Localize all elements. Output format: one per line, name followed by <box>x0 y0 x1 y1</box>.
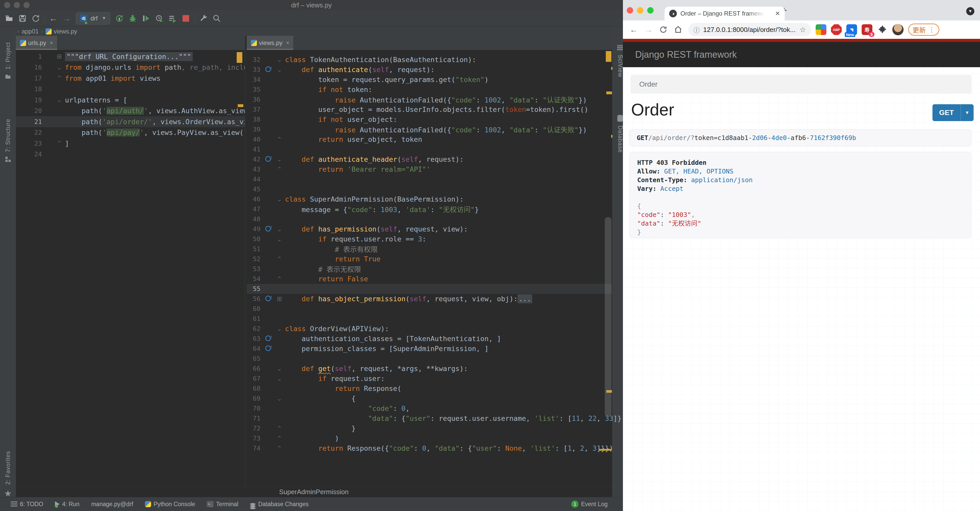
fold-chev-icon[interactable]: ⌄ <box>274 196 285 203</box>
gutter[interactable]: 60 <box>247 304 285 314</box>
save-all-icon[interactable] <box>16 12 29 25</box>
fold-chev-icon[interactable]: ⌄ <box>274 395 285 402</box>
gutter[interactable]: 55 <box>247 284 285 294</box>
gutter[interactable]: 69⌄ <box>247 394 285 403</box>
gutter[interactable]: 73⌃ <box>247 433 285 443</box>
fold-end-icon[interactable]: ⌃ <box>274 435 285 442</box>
gutter[interactable]: 68 <box>247 384 285 394</box>
fold-chev-icon[interactable]: ⌄ <box>274 156 285 163</box>
fold-chev-icon[interactable]: ⌄ <box>274 225 285 233</box>
stop-icon[interactable] <box>179 12 192 25</box>
code-line-60[interactable]: 60 <box>247 304 612 314</box>
close-tab-icon[interactable]: × <box>286 40 290 46</box>
fold-chev-icon[interactable]: ⌄ <box>274 66 285 73</box>
update-button[interactable]: 更新 ⋮ <box>908 24 939 36</box>
code-text[interactable]: raise AuthenticationFailed({"code": 1002… <box>285 95 587 105</box>
gutter[interactable]: 32⌄ <box>247 55 285 65</box>
override-method-icon[interactable]: ↑ <box>262 156 274 163</box>
extension-icon-translate[interactable] <box>816 24 826 35</box>
code-area-views[interactable]: 32⌄class TokenAuthentication(BaseAuthent… <box>247 50 612 453</box>
code-text[interactable]: return False <box>285 275 368 283</box>
code-text[interactable]: if request.user: <box>285 375 385 382</box>
gutter[interactable]: 34 <box>247 75 285 84</box>
code-line-62[interactable]: 62⌄class OrderView(APIView): <box>247 324 612 334</box>
code-line-46[interactable]: 46⌄class SuperAdminPermission(BasePermis… <box>247 194 612 204</box>
code-line-73[interactable]: 73⌃ ) <box>247 433 612 443</box>
gutter[interactable]: 51 <box>247 244 285 254</box>
wrench-icon[interactable] <box>197 12 210 25</box>
fold-chev-icon[interactable]: ⌄ <box>274 365 285 372</box>
code-line-74[interactable]: 74⌃ return Response({"code": 0, "data": … <box>247 443 612 453</box>
code-text[interactable]: path('api/order/', views.OrderView.as_vi… <box>65 118 273 126</box>
code-line-24[interactable]: 24 <box>16 149 245 160</box>
code-line-42[interactable]: 42↑⌄ def authenticate_header(self, reque… <box>247 154 612 164</box>
gutter[interactable]: 24 <box>16 149 65 160</box>
gutter[interactable]: 47 <box>247 204 285 214</box>
forward-button[interactable]: → <box>644 25 652 35</box>
search-icon[interactable] <box>210 12 223 25</box>
code-line-61[interactable]: 61 <box>247 314 612 324</box>
menu-dots-icon[interactable]: ⋮ <box>928 26 935 34</box>
gutter[interactable]: 44 <box>247 174 285 184</box>
browser-tab[interactable]: ◑ Order – Django REST framewor ✕ <box>665 6 785 21</box>
fold-end-icon[interactable]: ⌃ <box>274 275 285 282</box>
gutter[interactable]: 49↑⌄ <box>247 224 285 234</box>
gutter[interactable]: 21 <box>16 116 65 127</box>
code-line-56[interactable]: 56↑⊞ def has_object_permission(self, req… <box>247 294 612 304</box>
code-text[interactable]: token = request.query_params.get("token"… <box>285 76 489 84</box>
code-line-20[interactable]: 20 path('api/auth/', views.AuthView.as_v… <box>16 106 245 116</box>
back-icon[interactable]: ← <box>47 12 60 25</box>
code-text[interactable]: authentication_classes = [TokenAuthentic… <box>285 335 501 343</box>
code-line-37[interactable]: 37 user_object = models.UserInfo.objects… <box>247 105 612 114</box>
tool-window-favorites[interactable]: 2: Favorites ★ <box>0 451 16 502</box>
fold-end-icon[interactable]: ⌃ <box>274 136 285 143</box>
site-info-icon[interactable]: ⓘ <box>694 25 700 34</box>
code-text[interactable]: ) <box>285 434 339 442</box>
extension-icon-abp[interactable]: ABP <box>831 24 842 35</box>
code-line-72[interactable]: 72⌃ } <box>247 424 612 433</box>
code-line-1[interactable]: 1⊞"""drf URL Configuration...""" <box>16 51 245 62</box>
close-icon[interactable] <box>627 7 633 14</box>
code-text[interactable]: def authenticate_header(self, request): <box>285 156 464 163</box>
fold-chev-icon[interactable]: ⌄ <box>274 325 285 332</box>
code-line-23[interactable]: 23⌃] <box>16 138 245 149</box>
code-line-66[interactable]: 66⌄ def get(self, request, *args, **kwar… <box>247 363 612 373</box>
gutter[interactable]: 71 <box>247 413 285 424</box>
code-line-51[interactable]: 51 # 表示有权限 <box>247 244 612 254</box>
code-line-52[interactable]: 52⌃ return True <box>247 254 612 264</box>
gutter[interactable]: 70 <box>247 403 285 413</box>
code-line-63[interactable]: 63↑ authentication_classes = [TokenAuthe… <box>247 334 612 344</box>
gutter[interactable]: 40⌃ <box>247 134 285 144</box>
forward-icon[interactable]: → <box>60 12 73 25</box>
gutter[interactable]: 66⌄ <box>247 363 285 373</box>
gutter[interactable]: 16⌄ <box>16 62 65 73</box>
fold-chev-icon[interactable]: ⌄ <box>44 96 65 103</box>
open-folder-icon[interactable] <box>3 12 16 25</box>
gutter[interactable]: 72⌃ <box>247 424 285 433</box>
warning-stripe-square[interactable] <box>606 51 611 62</box>
code-line-53[interactable]: 53 # 表示无权限 <box>247 264 612 274</box>
gutter[interactable]: 54⌃ <box>247 274 285 284</box>
gutter[interactable]: 53 <box>247 264 285 274</box>
code-line-67[interactable]: 67⌄ if request.user: <box>247 373 612 384</box>
code-text[interactable]: if request.user.role == 3: <box>285 235 426 243</box>
get-button[interactable]: GET <box>932 104 961 121</box>
gutter[interactable]: 38 <box>247 114 285 124</box>
gutter[interactable]: 52⌃ <box>247 254 285 264</box>
gutter[interactable]: 35 <box>247 84 285 95</box>
code-line-17[interactable]: 17⌃from app01 import views <box>16 73 245 84</box>
fold-end-icon[interactable]: ⌃ <box>44 140 65 147</box>
override-method-icon[interactable]: ↑ <box>262 335 274 342</box>
home-button[interactable] <box>674 25 682 34</box>
code-text[interactable]: return Response({"code": 0, "data": {"us… <box>285 444 613 452</box>
back-button[interactable]: ← <box>630 25 638 35</box>
code-line-41[interactable]: 41 <box>247 144 612 154</box>
bookmark-star-icon[interactable]: ☆ <box>800 25 806 34</box>
tool-window-project[interactable]: 1: Project <box>0 42 16 83</box>
code-text[interactable]: def has_object_permission(self, request,… <box>285 295 532 303</box>
code-line-39[interactable]: 39 raise AuthenticationFailed({"code": 1… <box>247 124 612 134</box>
gutter[interactable]: 23⌃ <box>16 138 65 149</box>
code-line-40[interactable]: 40⌃ return user_object, token <box>247 134 612 144</box>
code-line-44[interactable]: 44 <box>247 174 612 184</box>
code-text[interactable]: class SuperAdminPermission(BasePermissio… <box>285 195 464 203</box>
